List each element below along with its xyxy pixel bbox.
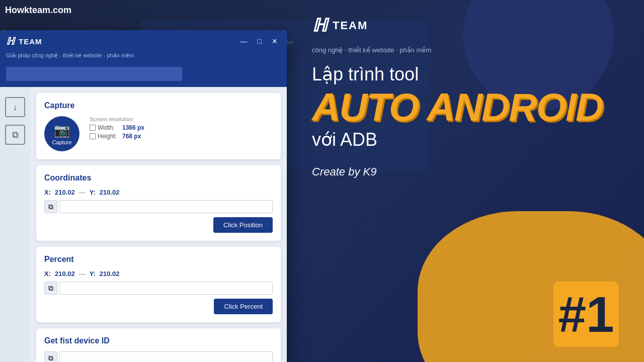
click-position-button[interactable]: Click Position: [213, 217, 273, 233]
percent-values-row: X: 210.02 — Y: 210.02: [44, 270, 273, 278]
percent-y-label: Y:: [90, 270, 96, 278]
hteam-tagline: công nghệ · thiết kế website · phần mềm: [312, 46, 624, 54]
width-box: [90, 125, 96, 131]
watermark-text: Howkteam.com: [5, 5, 71, 16]
device-input-row: ⧉: [44, 351, 273, 362]
height-value: 768 px: [122, 133, 141, 140]
title-line3: với ADB: [312, 129, 624, 150]
right-content: ℍ TEAM công nghệ · thiết kế website · ph…: [292, 0, 644, 362]
percent-input-row: ⧉: [44, 282, 273, 295]
click-percent-button[interactable]: Click Percent: [214, 299, 273, 314]
percent-x-value: 210.02: [55, 270, 75, 278]
device-text-input[interactable]: [59, 351, 273, 362]
hk-logo: ℍ: [6, 35, 15, 47]
hteam-logo-icon: ℍ: [312, 15, 328, 36]
blue-input-bar: [0, 63, 287, 87]
width-value: 1366 px: [122, 124, 144, 131]
device-card: Get fist device ID ⧉: [36, 328, 281, 362]
coord-input-row: ⧉: [44, 200, 273, 213]
window-subtitle: Giải pháp công nghệ - thiết kế website -…: [0, 52, 287, 63]
app-window: ℍ TEAM — □ ✕ Giải pháp công nghệ - thiết…: [0, 30, 287, 362]
device-title: Get fist device ID: [44, 336, 273, 345]
capture-row: 📷 Capture Screen resolution: Width: 1366…: [44, 116, 273, 151]
width-row: Width: 1366 px: [90, 124, 144, 131]
resolution-label: Screen resolution:: [90, 116, 144, 122]
create-by: Create by K9: [312, 165, 624, 178]
coord-dash: —: [79, 189, 86, 196]
percent-title: Percent: [44, 255, 273, 264]
coord-x-value: 210.02: [55, 189, 75, 196]
coord-x-label: X:: [44, 189, 51, 196]
percent-copy-button[interactable]: ⧉: [44, 282, 57, 295]
height-row: Height: 768 px: [90, 133, 144, 140]
maximize-button[interactable]: □: [255, 36, 265, 46]
titlebar-title: TEAM: [19, 37, 42, 46]
top-input[interactable]: [6, 67, 182, 81]
height-key: Height:: [98, 133, 120, 140]
capture-button[interactable]: 📷 Capture: [44, 116, 79, 151]
percent-card: Percent X: 210.02 — Y: 210.02 ⧉ Click Pe…: [36, 247, 281, 322]
camera-icon: 📷: [54, 123, 70, 138]
height-box: [90, 133, 96, 139]
hteam-logo-area: ℍ TEAM: [312, 15, 624, 36]
percent-text-input[interactable]: [59, 282, 273, 295]
width-key: Width:: [98, 124, 120, 131]
coord-y-value: 210.02: [100, 189, 120, 196]
capture-title: Capture: [44, 101, 273, 110]
arrow-icon: ↓: [13, 102, 18, 113]
sidebar-icon-2: ⧉: [5, 125, 25, 145]
episode-badge: #1: [553, 282, 619, 347]
capture-card: Capture 📷 Capture Screen resolution: Wid…: [36, 93, 281, 159]
app-window-area: ℍ TEAM — □ ✕ Giải pháp công nghệ - thiết…: [0, 30, 287, 362]
hteam-name: TEAM: [333, 19, 368, 32]
app-body: ↓ ⧉ Capture 📷 Capture: [0, 87, 287, 362]
capture-btn-label: Capture: [52, 139, 71, 145]
title-line2: AUTO ANDROID: [312, 87, 624, 127]
coord-text-input[interactable]: [59, 200, 273, 213]
title-line1: Lập trình tool: [312, 64, 624, 85]
coord-values-row: X: 210.02 — Y: 210.02: [44, 189, 273, 196]
percent-dash: —: [79, 270, 86, 278]
close-button[interactable]: ✕: [269, 36, 281, 46]
percent-x-label: X:: [44, 270, 51, 278]
sidebar-icon-1: ↓: [5, 97, 25, 117]
resolution-info: Screen resolution: Width: 1366 px Height…: [90, 116, 144, 141]
titlebar-controls[interactable]: — □ ✕: [237, 36, 281, 46]
coord-y-label: Y:: [90, 189, 96, 196]
window-titlebar: ℍ TEAM — □ ✕: [0, 30, 287, 52]
coord-copy-button[interactable]: ⧉: [44, 200, 57, 213]
coordinates-card: Coordinates X: 210.02 — Y: 210.02 ⧉ Clic…: [36, 165, 281, 241]
minimize-button[interactable]: —: [237, 36, 251, 46]
device-copy-button[interactable]: ⧉: [44, 351, 57, 362]
titlebar-left: ℍ TEAM: [6, 35, 42, 47]
coordinates-title: Coordinates: [44, 173, 273, 183]
sidebar-icons: ↓ ⧉: [0, 87, 30, 362]
copy-icon: ⧉: [12, 130, 19, 140]
main-panel: Capture 📷 Capture Screen resolution: Wid…: [30, 87, 287, 362]
percent-y-value: 210.02: [100, 270, 120, 278]
